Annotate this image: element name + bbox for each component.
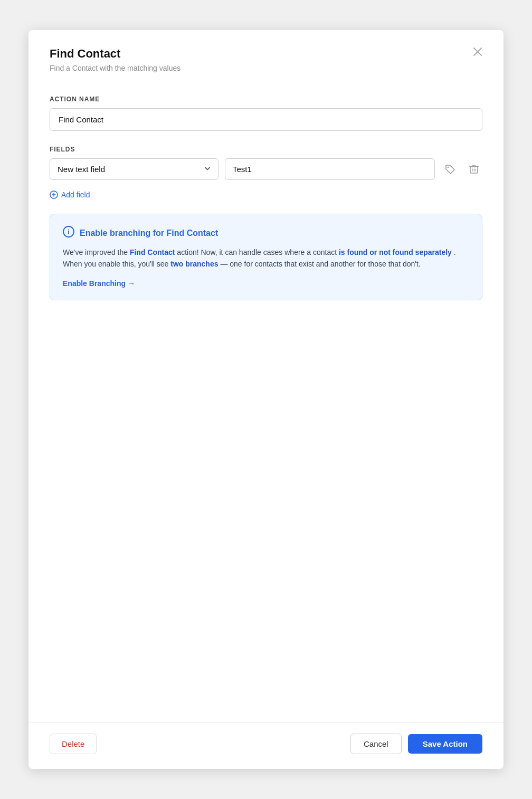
banner-body-part2: action! Now, it can handle cases where a… (175, 248, 339, 256)
cancel-label: Cancel (364, 739, 388, 748)
add-field-button[interactable]: Add field (50, 188, 90, 201)
action-name-section: ACTION NAME (50, 96, 482, 131)
enable-branching-link[interactable]: Enable Branching → (63, 279, 135, 288)
svg-point-6 (68, 230, 69, 231)
svg-point-2 (448, 166, 449, 167)
trash-icon (469, 164, 479, 175)
branching-banner-body: We've improved the Find Contact action! … (63, 246, 469, 270)
field-type-select[interactable]: New text field Email Phone Name (50, 158, 218, 180)
svg-rect-3 (470, 167, 478, 173)
delete-label: Delete (62, 739, 84, 748)
modal-header: Find Contact Find a Contact with the mat… (28, 30, 504, 81)
save-label: Save Action (423, 739, 468, 748)
close-icon (473, 47, 482, 56)
fields-section: FIELDS New text field Email Phone Name (50, 146, 482, 201)
field-value-input[interactable] (225, 158, 435, 180)
delete-field-button[interactable] (466, 161, 482, 178)
banner-body-bold3: two branches (170, 260, 218, 268)
branching-banner-title: Enable branching for Find Contact (80, 229, 218, 238)
save-action-button[interactable]: Save Action (408, 734, 482, 754)
modal-title: Find Contact (50, 47, 482, 61)
branching-banner: Enable branching for Find Contact We've … (50, 214, 482, 300)
modal-footer: Delete Cancel Save Action (28, 722, 504, 769)
field-select-wrapper: New text field Email Phone Name (50, 158, 218, 180)
branching-banner-header: Enable branching for Find Contact (63, 226, 469, 240)
cancel-button[interactable]: Cancel (350, 734, 402, 754)
modal-body: ACTION NAME FIELDS New text field Email … (28, 81, 504, 722)
modal-container: Find Contact Find a Contact with the mat… (28, 30, 504, 769)
field-row: New text field Email Phone Name (50, 158, 482, 180)
action-name-input[interactable] (50, 108, 482, 131)
action-name-label: ACTION NAME (50, 96, 482, 103)
banner-body-part1: We've improved the (63, 248, 130, 256)
close-button[interactable] (471, 45, 484, 60)
modal-subtitle: Find a Contact with the matching values (50, 64, 482, 72)
info-icon (63, 226, 74, 240)
footer-right-actions: Cancel Save Action (350, 734, 482, 754)
tag-icon (444, 164, 456, 175)
plus-circle-icon (50, 191, 58, 199)
banner-body-bold1: Find Contact (130, 248, 175, 256)
add-field-label: Add field (61, 191, 90, 199)
fields-label: FIELDS (50, 146, 482, 153)
tag-icon-button[interactable] (441, 160, 459, 178)
banner-body-bold2: is found or not found separately (339, 248, 452, 256)
enable-branching-label: Enable Branching → (63, 279, 135, 288)
banner-body-part4: — one for contacts that exist and anothe… (218, 260, 421, 268)
delete-button[interactable]: Delete (50, 734, 97, 754)
